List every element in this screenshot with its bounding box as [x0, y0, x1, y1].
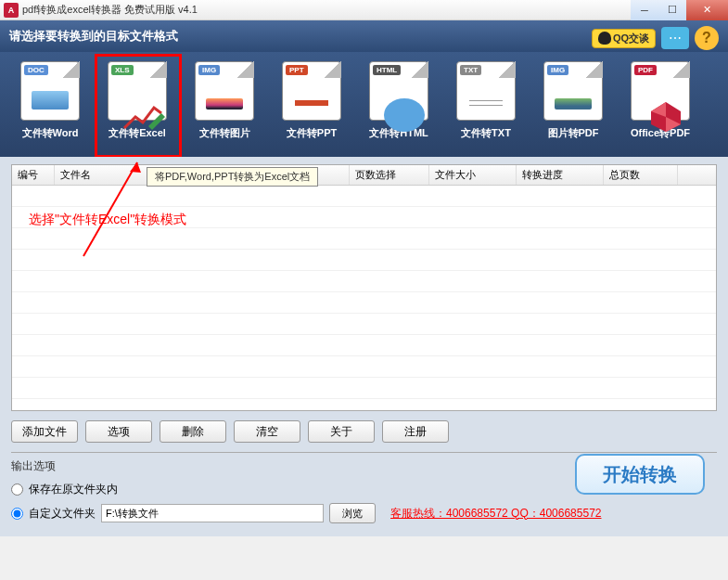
annotation-text: 选择"文件转Excel"转换模式	[29, 212, 186, 228]
chat-icon[interactable]: ⋯	[661, 27, 689, 49]
titlebar: A pdf转换成excel转换器 免费试用版 v4.1 ─ ☐ ✕	[0, 0, 728, 20]
format-label: 文件转TXT	[449, 126, 523, 140]
folder-path-input[interactable]	[101, 504, 324, 522]
add-file-button[interactable]: 添加文件	[11, 420, 78, 443]
format-文件转Excel[interactable]: XLS 文件转Excel	[100, 61, 174, 140]
minimize-button[interactable]: ─	[631, 0, 658, 20]
format-文件转Word[interactable]: DOC 文件转Word	[13, 61, 87, 140]
file-table: 编号 文件名 页数选择 文件大小 转换进度 总页数 选择"文件转Excel"转换…	[11, 164, 717, 411]
tooltip: 将PDF,Word,PPT转换为Excel文档	[147, 167, 318, 187]
delete-button[interactable]: 删除	[160, 420, 226, 443]
window-title: pdf转换成excel转换器 免费试用版 v4.1	[22, 3, 198, 17]
format-label: 文件转图片	[187, 126, 262, 140]
header: 请选择要转换到的目标文件格式 QQ交谈 ⋯ ?	[0, 20, 728, 52]
col-total[interactable]: 总页数	[604, 165, 678, 185]
content-area: 编号 文件名 页数选择 文件大小 转换进度 总页数 选择"文件转Excel"转换…	[0, 157, 728, 536]
format-label: 文件转PPT	[275, 126, 349, 140]
app-icon: A	[4, 3, 19, 18]
format-icon: PDF	[631, 61, 690, 121]
format-icon: DOC	[20, 61, 80, 121]
col-progress[interactable]: 转换进度	[517, 165, 604, 185]
format-icon: PPT	[282, 61, 341, 121]
col-size[interactable]: 文件大小	[429, 165, 517, 185]
window-controls: ─ ☐ ✕	[631, 0, 728, 20]
save-original-radio[interactable]	[11, 483, 23, 496]
browse-button[interactable]: 浏览	[329, 503, 376, 523]
custom-folder-label[interactable]: 自定义文件夹	[29, 506, 96, 522]
format-文件转图片[interactable]: IMG 文件转图片	[187, 61, 262, 140]
options-button[interactable]: 选项	[85, 420, 152, 443]
header-actions: QQ交谈 ⋯ ?	[592, 26, 719, 50]
qq-chat-button[interactable]: QQ交谈	[592, 29, 656, 48]
maximize-button[interactable]: ☐	[658, 0, 686, 20]
format-文件转PPT[interactable]: PPT 文件转PPT	[275, 61, 349, 140]
format-toolbar: 将PDF,Word,PPT转换为Excel文档 DOC 文件转Word XLS …	[0, 52, 728, 157]
custom-folder-radio[interactable]	[11, 508, 23, 520]
about-button[interactable]: 关于	[308, 420, 375, 443]
help-button[interactable]: ?	[695, 26, 719, 50]
qq-penguin-icon	[598, 32, 611, 45]
format-图片转PDF[interactable]: IMG 图片转PDF	[536, 61, 610, 140]
format-icon: XLS	[108, 61, 167, 121]
format-Office转PDF[interactable]: PDF Office转PDF	[623, 61, 697, 140]
format-文件转TXT[interactable]: TXT 文件转TXT	[449, 61, 523, 140]
col-pages[interactable]: 页数选择	[350, 165, 429, 185]
table-header-row: 编号 文件名 页数选择 文件大小 转换进度 总页数	[12, 165, 716, 186]
format-icon: HTML	[369, 61, 428, 121]
format-label: 图片转PDF	[536, 126, 610, 140]
hotline-text[interactable]: 客服热线：4006685572 QQ：4006685572	[390, 506, 601, 522]
format-文件转HTML[interactable]: HTML 文件转HTML	[362, 61, 436, 140]
save-original-label[interactable]: 保存在原文件夹内	[29, 482, 118, 497]
custom-folder-row: 自定义文件夹 浏览 客服热线：4006685572 QQ：4006685572	[11, 503, 717, 523]
format-icon: TXT	[456, 61, 516, 121]
col-index[interactable]: 编号	[12, 165, 55, 185]
start-convert-button[interactable]: 开始转换	[575, 454, 705, 495]
register-button[interactable]: 注册	[382, 420, 449, 443]
format-icon: IMG	[543, 61, 603, 121]
format-label: 文件转Word	[13, 126, 87, 140]
format-icon: IMG	[195, 61, 254, 121]
clear-button[interactable]: 清空	[234, 420, 300, 443]
action-buttons: 添加文件 选项 删除 清空 关于 注册	[11, 411, 717, 452]
close-button[interactable]: ✕	[686, 0, 728, 20]
